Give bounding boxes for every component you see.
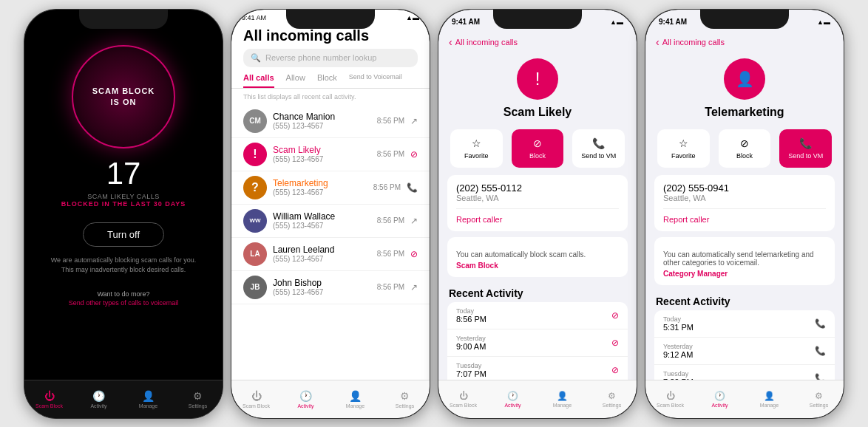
sendvm-button-3[interactable]: 📞 Send to VM [572, 129, 625, 168]
back-arrow-4: ‹ [656, 36, 660, 48]
gear-icon: ⚙ [193, 390, 203, 402]
call-item-ww[interactable]: WW William Wallace (555) 123-4567 8:56 P… [231, 205, 430, 238]
nav-scam-block-2[interactable]: ⏻ Scam Block [231, 380, 281, 418]
report-caller-link-4[interactable]: Report caller [663, 208, 826, 224]
call-number-ww: (555) 123-4567 [273, 222, 371, 230]
tab-block[interactable]: Block [317, 73, 337, 88]
scam-block-screen: 9:41 AM ▲ ▬ SCAM BLOCK IS ON 17 SCAM LIK… [24, 10, 223, 418]
hero-title-4: Telemarketing [705, 106, 784, 119]
scam-block-desc: We are automatically blocking scam calls… [24, 256, 223, 276]
call-item-ll[interactable]: LA Lauren Leeland (555) 123-4567 8:56 PM… [231, 238, 430, 271]
call-item-jb[interactable]: JB John Bishop (555) 123-4567 8:56 PM ↗ [231, 271, 430, 304]
avatar-la: LA [243, 242, 267, 266]
nav-manage-3[interactable]: 👤 Manage [538, 380, 587, 418]
power-icon-2: ⏻ [251, 390, 262, 402]
back-label-4[interactable]: All incoming calls [662, 38, 725, 47]
person-icon-2: 👤 [349, 390, 362, 402]
clock-icon-4: 🕐 [714, 391, 725, 401]
star-icon-4: ☆ [679, 137, 688, 149]
call-type-icon-ll: ⊘ [410, 249, 418, 259]
tab-send-to-vm[interactable]: Send to Voicemail [349, 73, 402, 88]
block-button-4[interactable]: ⊘ Block [719, 129, 771, 168]
activity-icon-4-1: 📞 [815, 346, 826, 356]
voicemail-link[interactable]: Send other types of calls to voicemail [69, 299, 179, 307]
call-name-ll: Lauren Leeland [273, 245, 371, 255]
tab-allow[interactable]: Allow [286, 73, 305, 88]
back-arrow-3: ‹ [449, 36, 452, 48]
vm-icon: 📞 [592, 137, 605, 149]
call-type-icon-jb: ↗ [410, 282, 418, 293]
scam-block-link-3[interactable]: Scam Block [456, 262, 619, 270]
list-hint: This list displays all recent call activ… [231, 89, 430, 105]
call-type-icon-scam: ⊘ [410, 149, 418, 160]
activity-item-4-0: Today 5:31 PM 📞 [654, 310, 835, 338]
want-more-text: Want to do more? [97, 290, 149, 298]
call-info-scam: Scam Likely (555) 123-4567 [273, 145, 371, 163]
phone-1: 9:41 AM ▲ ▬ SCAM BLOCK IS ON 17 SCAM LIK… [24, 9, 223, 419]
nav-settings-4[interactable]: ⚙ Settings [794, 380, 844, 418]
back-header-3: ‹ All incoming calls [438, 30, 637, 51]
nav-settings-3[interactable]: ⚙ Settings [587, 380, 637, 418]
recent-header-4: Recent Activity [645, 291, 844, 310]
call-time-tm: 8:56 PM [373, 183, 401, 191]
nav-scam-3[interactable]: ⏻ Scam Block [438, 380, 488, 418]
nav-activity-1[interactable]: 🕐 Activity [74, 380, 123, 418]
nav-manage-2[interactable]: 👤 Manage [330, 380, 380, 418]
back-label-3[interactable]: All incoming calls [455, 38, 518, 47]
detail-phone-3: (202) 555-0112 [456, 182, 619, 194]
call-item-tm[interactable]: ? Telemarketing (555) 123-4567 8:56 PM 📞 [231, 171, 430, 205]
scam-calls-label: SCAM LIKELY CALLS [87, 193, 160, 200]
favorite-button-3[interactable]: ☆ Favorite [450, 129, 503, 168]
recent-header-3: Recent Activity [438, 283, 637, 302]
calls-list-screen: 9:41 AM T-mobile ▲▬ All incoming calls 🔍… [231, 10, 430, 418]
call-name-chance: Chance Manion [273, 112, 371, 122]
nav-activity-4[interactable]: 🕐 Activity [695, 380, 745, 418]
scam-detail-screen: 9:41 AM ▲▬ ‹ All incoming calls ! Scam L… [438, 10, 637, 418]
clock-icon-3: 🕐 [507, 391, 518, 401]
nav-scam-block-1[interactable]: ⏻ Scam Block [24, 380, 74, 418]
call-time-scam: 8:56 PM [377, 150, 404, 158]
clock-icon-2: 🕐 [299, 390, 312, 402]
notch-4 [700, 10, 789, 29]
vm-icon-4: 📞 [799, 137, 812, 149]
detail-location-3: Seattle, WA [456, 194, 619, 202]
nav-manage-1[interactable]: 👤 Manage [123, 380, 173, 418]
call-item-scam[interactable]: ! Scam Likely (555) 123-4567 8:56 PM ⊘ [231, 138, 430, 171]
phone-3-screen: 9:41 AM ▲▬ ‹ All incoming calls ! Scam L… [438, 10, 637, 418]
phone-2-screen: 9:41 AM T-mobile ▲▬ All incoming calls 🔍… [231, 10, 430, 418]
call-type-icon-ww: ↗ [410, 216, 418, 226]
blocked-count: 17 [106, 156, 141, 191]
nav-activity-2[interactable]: 🕐 Activity [281, 380, 330, 418]
scam-circle: SCAM BLOCK IS ON [72, 45, 175, 148]
call-item-chance[interactable]: CM Chance Manion (555) 123-4567 8:56 PM … [231, 105, 430, 138]
phone-info-card-3: (202) 555-0112 Seattle, WA Report caller [447, 175, 628, 231]
tab-all-calls[interactable]: All calls [243, 73, 274, 88]
nav-scam-4[interactable]: ⏻ Scam Block [645, 380, 695, 418]
call-info-ll: Lauren Leeland (555) 123-4567 [273, 245, 371, 263]
sendvm-button-4[interactable]: 📞 Send to VM [779, 129, 832, 168]
nav-manage-4[interactable]: 👤 Manage [745, 380, 794, 418]
search-placeholder: Reverse phone number lookup [265, 53, 376, 62]
power-icon-3: ⏻ [459, 391, 468, 401]
category-manager-link-4[interactable]: Category Manager [663, 270, 826, 278]
block-button-3[interactable]: ⊘ Block [512, 129, 564, 168]
nav-settings-1[interactable]: ⚙ Settings [173, 380, 223, 418]
status-icons-4: ▲▬ [817, 18, 830, 26]
turn-off-button[interactable]: Turn off [83, 222, 164, 247]
favorite-button-4[interactable]: ☆ Favorite [657, 129, 710, 168]
nav-settings-2[interactable]: ⚙ Settings [380, 380, 430, 418]
report-caller-link-3[interactable]: Report caller [456, 208, 619, 224]
activity-item-3-1: Yesterday 9:00 AM ⊘ [447, 329, 628, 357]
call-time-chance: 8:56 PM [377, 117, 404, 125]
avatar-tm: ? [243, 176, 267, 199]
call-name-ww: William Wallace [273, 211, 371, 222]
action-buttons-4: ☆ Favorite ⊘ Block 📞 Send to VM [645, 129, 844, 175]
activity-icon-4-0: 📞 [815, 318, 826, 329]
call-number-chance: (555) 123-4567 [273, 122, 371, 130]
call-info-jb: John Bishop (555) 123-4567 [273, 278, 371, 296]
bottom-nav-3: ⏻ Scam Block 🕐 Activity 👤 Manage ⚙ Setti… [438, 380, 637, 418]
person-icon: 👤 [142, 390, 155, 402]
action-buttons-3: ☆ Favorite ⊘ Block 📞 Send to VM [438, 129, 637, 175]
search-bar[interactable]: 🔍 Reverse phone number lookup [243, 49, 418, 67]
nav-activity-3[interactable]: 🕐 Activity [488, 380, 538, 418]
